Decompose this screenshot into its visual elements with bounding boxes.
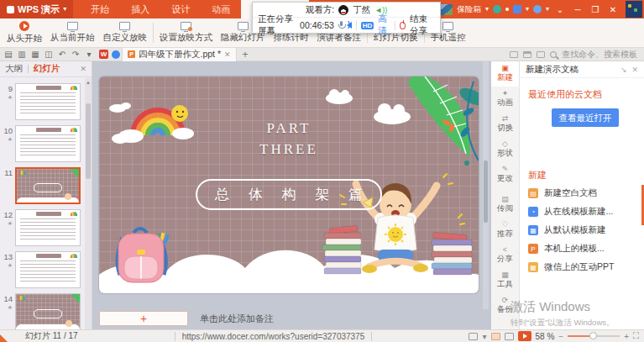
expand-pane-icon[interactable]: ↘ [620,66,627,74]
hd-quality-button[interactable]: 高清 [378,13,390,37]
speaker-icon[interactable] [347,22,352,29]
app-menu-button[interactable]: WPS 演示 ▾ [0,0,73,18]
docer-icon[interactable] [112,50,120,59]
vault-button[interactable]: 保险箱 [457,4,481,15]
slide-thumbnail-12[interactable]: 12★ [0,209,85,246]
zoom-slider[interactable] [568,335,620,337]
pane-tab-new-slide[interactable]: ▣新建 [491,61,519,87]
share-status-text: 正在分享屏幕 [258,13,296,37]
pane-tab-recommend[interactable]: ♡推荐 [491,218,519,243]
local-template-item[interactable]: P本机上的模板... [528,239,639,258]
slide-thumbnail-10[interactable]: 10★ [0,125,85,162]
slide-thumbnail-13[interactable]: 13★ [0,251,85,288]
notes-placeholder[interactable]: 单击此处添加备注 [200,313,274,325]
pane-tab-label: 形状 [497,148,513,159]
tab-slides[interactable]: 幻灯片 [34,63,60,75]
thumbnail-preview[interactable] [15,209,81,246]
current-slide[interactable]: PART THREE 总 体 构 架 篇 [99,76,479,293]
export-pdf-icon[interactable]: ▥ [17,50,27,59]
thumbnail-preview[interactable] [15,293,81,329]
close-pane-icon[interactable]: ✕ [631,66,638,74]
wechat-ppt-item[interactable]: ▦微信上的互动PPT [528,258,639,276]
more-dropdown-icon[interactable]: ▾ [84,50,94,59]
new-tab-button[interactable]: + [237,49,254,61]
pane-tab-shape[interactable]: ◇形状 [491,137,519,162]
pane-tab-circulate[interactable]: ▤传阅 [491,192,519,218]
close-button[interactable]: ✕ [606,5,620,14]
apps-grid-icon[interactable] [537,51,545,58]
blank-doc-item[interactable]: ▤新建空白文档 [528,184,639,203]
add-slide-button[interactable]: + [99,311,188,326]
end-share-button[interactable]: 结束分享 [410,13,435,37]
tab-outline[interactable]: 大纲 [5,63,23,75]
slide-thumbnail-9[interactable]: 9★ [0,83,85,120]
wps-home-icon[interactable]: W [99,50,108,59]
close-panel-icon[interactable]: ✕ [80,65,86,73]
network-status-icon[interactable] [493,5,501,13]
setup-show-button[interactable]: 设置放映方式 [155,18,217,47]
notes-view-icon[interactable] [469,333,478,340]
rainbow-icon [19,171,26,175]
microphone-icon[interactable] [338,21,343,29]
account-icon[interactable] [533,5,542,13]
undo-icon[interactable]: ↶ [57,50,67,59]
fullscreen-icon[interactable]: ⛶ [633,331,639,341]
pane-tab-animation[interactable]: ✦动画 [491,87,519,112]
slide-thumbnail-11[interactable]: 11 [0,167,85,204]
tab-设计[interactable]: 设计 [160,0,201,18]
tab-开始[interactable]: 开始 [80,0,120,18]
redo-icon[interactable]: ↷ [71,50,81,59]
play-from-current-button[interactable]: 从当前开始 [46,18,99,47]
window-layout-icon[interactable] [510,51,518,58]
chevron-down-icon: ▾ [63,6,66,13]
tab-动画[interactable]: 动画 [201,0,241,18]
scroll-up-icon[interactable]: ▲ [85,80,92,85]
reading-mode-icon[interactable] [523,51,531,58]
corner-app-tile[interactable] [626,1,642,18]
slide-number: 10 [3,126,13,135]
new-option-label: 新建空白文档 [544,187,597,199]
scrollbar-thumb[interactable] [86,103,91,179]
online-template-icon: ◔ [528,207,538,217]
pane-tab-modify[interactable]: ✎更改 [491,162,519,187]
collapse-ribbon-icon[interactable]: ⌄ [553,5,567,14]
minimize-button[interactable]: ─ [571,5,584,14]
online-template-item[interactable]: ◔从在线模板新建... [528,203,639,221]
slide-sorter-icon[interactable] [505,333,514,340]
pane-tab-label: 工具 [497,279,513,290]
thumbnail-preview[interactable] [15,83,81,120]
cloud-sync-icon[interactable] [513,5,521,13]
slide-thumbnail-14[interactable]: 14★ [0,293,85,329]
pane-tab-tools[interactable]: ▦工具 [491,268,519,293]
new-option-label: 从默认模板新建 [544,224,606,236]
close-tab-icon[interactable]: ✕ [224,50,231,59]
slide-section-title[interactable]: 总 体 构 架 篇 [196,179,382,210]
pane-tab-transition[interactable]: ⇄切换 [491,112,519,137]
power-icon [400,22,406,29]
search-input[interactable]: 查找命令、搜索模板 [562,49,637,61]
zoom-slider-knob[interactable] [589,332,597,339]
save-icon[interactable]: ▤ [3,50,13,59]
canvas-scrollbar[interactable] [483,61,489,309]
document-tab[interactable]: P 四年级下册作文.ppt * ✕ [122,48,237,61]
thumbnail-scrollbar[interactable]: ▲ [85,78,92,329]
thumbnail-preview[interactable] [15,251,81,288]
play-from-beginning-button[interactable]: 从头开始 [3,18,46,47]
pane-tab-share[interactable]: <分享 [491,243,519,268]
pane-tab-backup[interactable]: ⟳备份 [491,293,519,318]
docer-url[interactable]: https://www.docer.com/works?userid=32703… [175,332,373,341]
default-template-item[interactable]: ▦从默认模板新建 [528,221,639,239]
play-slideshow-button[interactable] [518,331,531,341]
zoom-in-button[interactable]: + [624,332,629,341]
tab-插入[interactable]: 插入 [120,0,160,18]
view-recent-button[interactable]: 查看最近打开 [552,108,619,127]
chevron-down-icon[interactable]: ▾ [482,332,486,341]
thumbnail-preview[interactable] [15,125,81,162]
zoom-out-button[interactable]: − [558,332,563,341]
thumbnail-preview[interactable] [15,167,81,204]
print-icon[interactable]: ▦ [30,50,40,59]
custom-show-button[interactable]: 自定义放映 [99,18,152,47]
preview-icon[interactable]: ◫ [44,50,54,59]
restore-button[interactable]: ❐ [589,5,602,14]
normal-view-icon[interactable] [491,333,500,340]
